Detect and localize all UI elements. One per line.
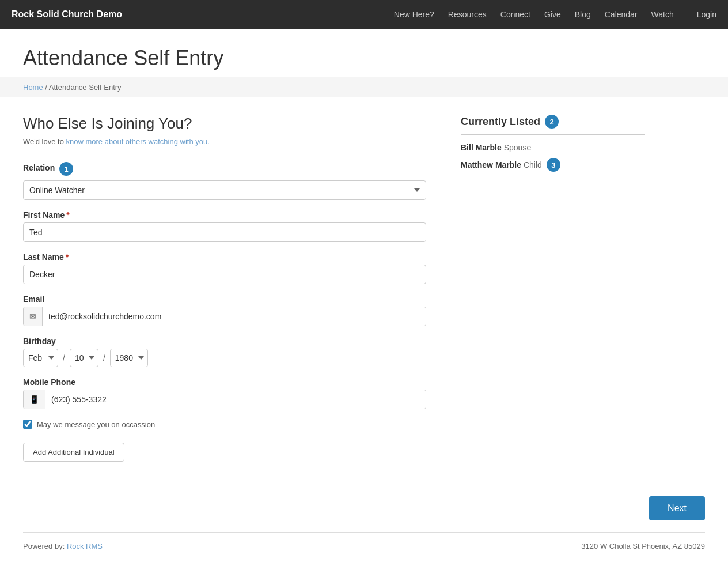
birthday-row: Feb JanMarApr MayJunJul AugSepOct NovDec…: [23, 349, 426, 367]
birthday-sep-1: /: [63, 353, 65, 363]
powered-by: Powered by: Rock RMS: [23, 542, 103, 550]
email-input-wrapper: ✉: [23, 307, 426, 326]
next-button[interactable]: Next: [649, 496, 705, 520]
nav-link-resources[interactable]: Resources: [448, 10, 487, 19]
currently-listed-title: Currently Listed: [461, 116, 540, 128]
first-name-label: First Name*: [23, 210, 426, 220]
breadcrumb-home[interactable]: Home: [23, 83, 43, 92]
navbar: Rock Solid Church Demo New Here? Resourc…: [0, 0, 728, 29]
phone-icon: 📱: [24, 390, 46, 409]
add-individual-button[interactable]: Add Additional Individual: [23, 443, 124, 462]
right-panel: Currently Listed 2 Bill Marble Spouse Ma…: [461, 115, 645, 462]
listed-item-relation-2: Child: [524, 160, 542, 169]
section-heading: Who Else Is Joining You?: [23, 115, 426, 133]
relation-label: Relation: [23, 163, 55, 172]
rock-rms-link[interactable]: Rock RMS: [67, 542, 103, 550]
nav-link-watch[interactable]: Watch: [651, 10, 674, 19]
badge-3: 3: [547, 158, 560, 172]
list-item: Matthew Marble Child: [461, 160, 542, 169]
relation-badge: 1: [59, 162, 73, 176]
list-item: Bill Marble Spouse: [461, 143, 645, 152]
listed-item-name-2: Matthew Marble: [461, 160, 521, 169]
nav-link-connect[interactable]: Connect: [500, 10, 530, 19]
birthday-group: Birthday Feb JanMarApr MayJunJul AugSepO…: [23, 337, 426, 367]
first-name-input[interactable]: [23, 222, 426, 242]
message-checkbox-row: May we message you on occassion: [23, 420, 426, 429]
email-icon: ✉: [24, 307, 43, 326]
email-input[interactable]: [43, 307, 426, 326]
birthday-day-select[interactable]: 10 1234 5678 91112: [70, 349, 98, 367]
nav-link-blog[interactable]: Blog: [575, 10, 591, 19]
page-title: Attendance Self Entry: [23, 46, 705, 70]
nav-links: New Here? Resources Connect Give Blog Ca…: [394, 10, 674, 19]
relation-group: Relation 1 Online Watcher Spouse Child P…: [23, 162, 426, 200]
birthday-year-select[interactable]: 1980 197919811982 197519902000: [110, 349, 148, 367]
list-item-2-row: Matthew Marble Child 3: [461, 158, 645, 172]
birthday-label: Birthday: [23, 337, 426, 346]
listed-item-relation-1: Spouse: [504, 143, 531, 152]
footer-address: 3120 W Cholla St Phoenix, AZ 85029: [581, 542, 705, 550]
last-name-label: Last Name*: [23, 252, 426, 262]
message-checkbox[interactable]: [23, 420, 32, 429]
nav-link-give[interactable]: Give: [544, 10, 561, 19]
first-name-group: First Name*: [23, 210, 426, 242]
page-header: Attendance Self Entry: [0, 29, 728, 70]
last-name-required: *: [66, 252, 69, 262]
section-subtext: We'd love to know more about others watc…: [23, 137, 426, 146]
mobile-phone-input[interactable]: [46, 390, 426, 409]
section-subtext-link[interactable]: know more about others watching with you…: [66, 137, 210, 146]
last-name-input[interactable]: [23, 265, 426, 284]
mobile-phone-label: Mobile Phone: [23, 378, 426, 387]
nav-link-calendar[interactable]: Calendar: [605, 10, 638, 19]
mobile-phone-group: Mobile Phone 📱: [23, 378, 426, 409]
content-area: Who Else Is Joining You? We'd love to kn…: [0, 109, 728, 485]
breadcrumb: Home / Attendance Self Entry: [0, 77, 728, 97]
birthday-month-select[interactable]: Feb JanMarApr MayJunJul AugSepOct NovDec: [23, 349, 58, 367]
last-name-group: Last Name*: [23, 252, 426, 284]
relation-select[interactable]: Online Watcher Spouse Child Parent Sibli…: [23, 180, 426, 200]
left-panel: Who Else Is Joining You? We'd love to kn…: [23, 115, 426, 462]
email-group: Email ✉: [23, 295, 426, 326]
currently-listed-badge: 2: [545, 115, 559, 129]
first-name-required: *: [66, 210, 69, 220]
nav-brand: Rock Solid Church Demo: [12, 9, 122, 20]
listed-item-name-1: Bill Marble: [461, 143, 502, 152]
mobile-phone-input-wrapper: 📱: [23, 390, 426, 409]
birthday-sep-2: /: [103, 353, 105, 363]
nav-link-new-here[interactable]: New Here?: [394, 10, 434, 19]
email-label: Email: [23, 295, 426, 304]
currently-listed-header: Currently Listed 2: [461, 115, 645, 135]
message-checkbox-label: May we message you on occassion: [37, 420, 155, 429]
nav-login-link[interactable]: Login: [697, 10, 716, 19]
breadcrumb-current: Attendance Self Entry: [49, 83, 122, 92]
bottom-actions: Next: [0, 485, 728, 532]
footer: Powered by: Rock RMS 3120 W Cholla St Ph…: [0, 533, 728, 560]
